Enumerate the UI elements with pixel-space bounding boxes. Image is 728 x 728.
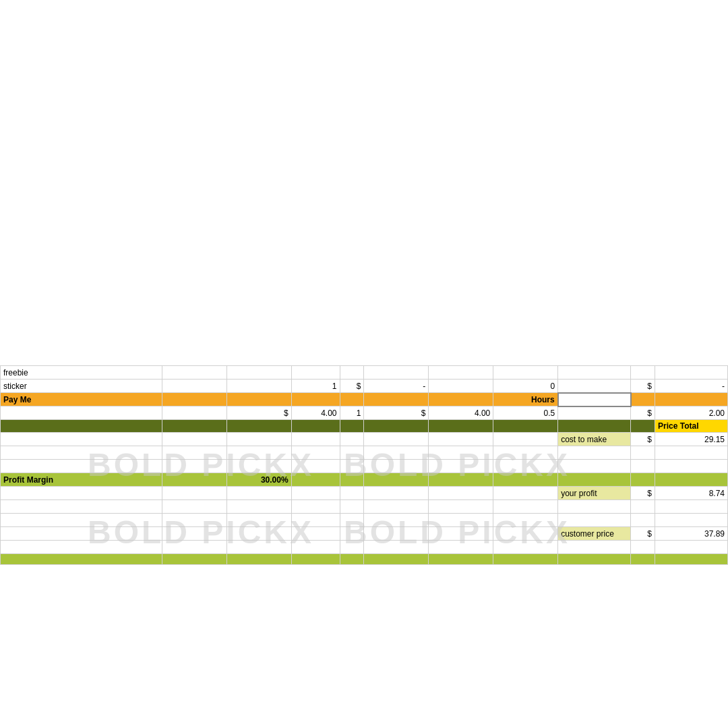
table-row-pay-me: Pay Me Hours <box>1 393 728 406</box>
empty1-h <box>493 446 558 460</box>
profit-margin-j <box>631 473 655 487</box>
customer-price-g <box>429 527 493 541</box>
profit-margin-f <box>364 473 429 487</box>
empty1-i <box>558 446 631 460</box>
dark-sep-c <box>226 420 291 433</box>
data-decimal: 0.5 <box>493 406 558 420</box>
pay-me-input[interactable] <box>558 393 631 406</box>
profit-margin-label: Profit Margin <box>1 473 162 487</box>
profit-data-h <box>493 487 558 500</box>
empty2-j <box>631 460 655 473</box>
profit-margin-value: 30.00% <box>226 473 291 487</box>
profit-data-b <box>162 487 226 500</box>
cost-b <box>162 433 226 446</box>
spreadsheet-table: freebie sticker 1 $ - <box>0 365 728 565</box>
pay-me-e <box>340 393 364 406</box>
empty3-k <box>655 500 728 514</box>
sticker-dash2: - <box>655 380 728 393</box>
footer-i <box>558 554 631 565</box>
dark-sep-d <box>291 420 340 433</box>
empty3-c <box>226 500 291 514</box>
footer-e <box>340 554 364 565</box>
empty3-i <box>558 500 631 514</box>
your-profit-label: your profit <box>558 487 631 500</box>
profit-data-a <box>1 487 162 500</box>
empty3-g <box>429 500 493 514</box>
table-row-empty-1 <box>1 446 728 460</box>
footer-g <box>429 554 493 565</box>
profit-data-e <box>340 487 364 500</box>
freebie-h <box>493 366 558 380</box>
customer-price-value: 37.89 <box>655 527 728 541</box>
profit-margin-e <box>340 473 364 487</box>
cost-h <box>493 433 558 446</box>
dark-sep-h <box>493 420 558 433</box>
empty2-d <box>291 460 340 473</box>
freebie-f <box>364 366 429 380</box>
empty2-k <box>655 460 728 473</box>
profit-data-f <box>364 487 429 500</box>
cost-a <box>1 433 162 446</box>
freebie-k <box>655 366 728 380</box>
customer-price-f <box>364 527 429 541</box>
profit-margin-k <box>655 473 728 487</box>
freebie-e <box>340 366 364 380</box>
empty1-b <box>162 446 226 460</box>
dark-sep-f <box>364 420 429 433</box>
dark-sep-j <box>631 420 655 433</box>
empty3-f <box>364 500 429 514</box>
cost-to-make-label: cost to make <box>558 433 631 446</box>
empty5-k <box>655 541 728 554</box>
data-dollar3: $ <box>631 406 655 420</box>
sticker-g <box>429 380 493 393</box>
empty4-c <box>226 514 291 527</box>
freebie-b <box>162 366 226 380</box>
empty2-f <box>364 460 429 473</box>
freebie-d <box>291 366 340 380</box>
empty3-b <box>162 500 226 514</box>
pay-me-k <box>655 393 728 406</box>
table-row-profit-data: your profit $ 8.74 <box>1 487 728 500</box>
pay-me-label: Pay Me <box>1 393 162 406</box>
empty5-f <box>364 541 429 554</box>
empty4-f <box>364 514 429 527</box>
empty3-d <box>291 500 340 514</box>
profit-data-d <box>291 487 340 500</box>
empty2-c <box>226 460 291 473</box>
table-row-footer-separator <box>1 554 728 565</box>
data-value1: 4.00 <box>291 406 340 420</box>
empty4-k <box>655 514 728 527</box>
data-b <box>162 406 226 420</box>
data-value3: 2.00 <box>655 406 728 420</box>
pay-me-b <box>162 393 226 406</box>
data-i <box>558 406 631 420</box>
table-row-freebie: freebie <box>1 366 728 380</box>
customer-price-dollar: $ <box>631 527 655 541</box>
your-profit-dollar: $ <box>631 487 655 500</box>
dark-sep-a <box>1 420 162 433</box>
freebie-label: freebie <box>1 366 162 380</box>
footer-c <box>226 554 291 565</box>
table-row-data: $ 4.00 1 $ 4.00 0.5 $ 2.00 <box>1 406 728 420</box>
empty4-b <box>162 514 226 527</box>
sticker-dollar2: $ <box>631 380 655 393</box>
cost-value: 29.15 <box>655 433 728 446</box>
empty1-k <box>655 446 728 460</box>
freebie-i <box>558 366 631 380</box>
empty5-c <box>226 541 291 554</box>
your-profit-value: 8.74 <box>655 487 728 500</box>
empty5-b <box>162 541 226 554</box>
table-row-empty-5 <box>1 541 728 554</box>
sticker-qty: 1 <box>291 380 340 393</box>
freebie-j <box>631 366 655 380</box>
empty1-d <box>291 446 340 460</box>
pay-me-f <box>364 393 429 406</box>
dark-sep-e <box>340 420 364 433</box>
empty1-g <box>429 446 493 460</box>
sticker-c <box>226 380 291 393</box>
table-row-empty-4 <box>1 514 728 527</box>
pay-me-g <box>429 393 493 406</box>
empty2-a <box>1 460 162 473</box>
empty5-i <box>558 541 631 554</box>
table-row-customer-price: customer price $ 37.89 <box>1 527 728 541</box>
